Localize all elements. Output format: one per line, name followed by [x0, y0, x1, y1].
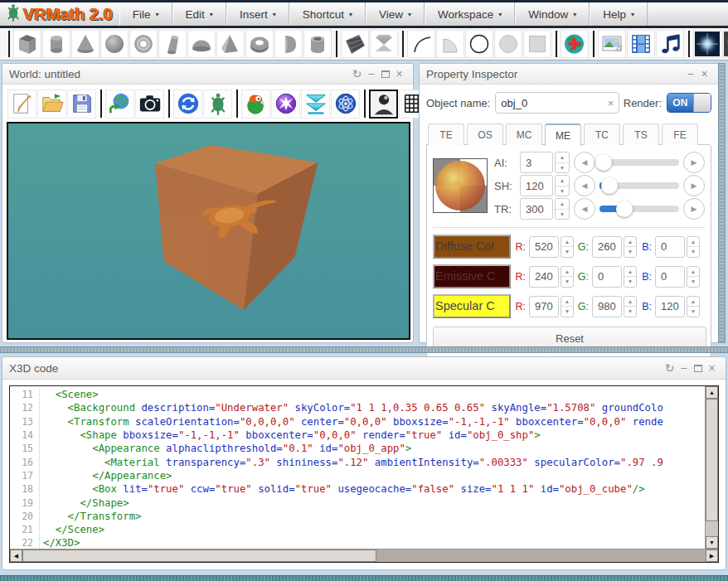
ai-spinner-value[interactable]: 3 — [520, 152, 553, 173]
tr-spinner-value[interactable]: 300 — [520, 198, 553, 220]
ai-increase-button[interactable]: ▶ — [683, 152, 705, 173]
ai-slider-track[interactable] — [599, 159, 679, 166]
step-up-icon[interactable]: ▲ — [624, 267, 636, 278]
turtle-tool-button[interactable] — [203, 90, 232, 119]
tab-te[interactable]: TE — [428, 123, 464, 145]
horizontal-splitter[interactable] — [0, 346, 728, 353]
tab-mc[interactable]: MC — [506, 123, 542, 145]
tr-slider-track[interactable] — [599, 206, 679, 212]
tab-ts[interactable]: TS — [623, 123, 659, 145]
clear-object-name-icon[interactable]: × — [608, 97, 614, 109]
dome-tool-button[interactable] — [187, 30, 216, 58]
close-window-button[interactable]: × — [697, 65, 711, 83]
circle-tool-button[interactable] — [465, 30, 493, 58]
torus-tool-button[interactable] — [129, 30, 158, 58]
publish-globe-tool-button[interactable] — [105, 90, 134, 119]
sh-spinner-value[interactable]: 120 — [520, 175, 553, 196]
cylinder-tool-button[interactable] — [42, 30, 70, 58]
3d-viewport[interactable] — [7, 122, 410, 340]
step-up-icon[interactable]: ▲ — [556, 176, 569, 186]
save-tool-button[interactable] — [67, 90, 96, 119]
step-up-icon[interactable]: ▲ — [556, 199, 569, 210]
object-name-input[interactable]: obj_0 × — [495, 92, 619, 114]
render-toggle[interactable]: ON — [667, 93, 711, 113]
reload-tool-button[interactable] — [173, 90, 202, 119]
sh-slider-track[interactable] — [599, 182, 679, 189]
step-down-icon[interactable]: ▼ — [687, 277, 699, 287]
scroll-up-icon[interactable]: ▲ — [706, 386, 718, 399]
menu-edit[interactable]: Edit▾ — [172, 2, 226, 26]
tube-tool-button[interactable] — [303, 30, 332, 58]
half-cylinder-tool-button[interactable] — [274, 30, 303, 58]
purple-star-tool-button[interactable] — [271, 90, 300, 119]
scene-canvas[interactable] — [8, 123, 409, 338]
maximize-window-button[interactable] — [378, 65, 392, 83]
code-lines[interactable]: 11 <Scene>12 <Background description="Un… — [10, 386, 705, 549]
emissive-r-spinner-value[interactable]: 240 — [529, 266, 559, 288]
step-down-icon[interactable]: ▼ — [561, 307, 573, 317]
ai-slider-handle[interactable] — [595, 154, 612, 171]
tab-fe[interactable]: FE — [662, 123, 698, 145]
step-down-icon[interactable]: ▼ — [687, 307, 699, 317]
scroll-down-icon[interactable]: ▼ — [706, 536, 718, 549]
step-down-icon[interactable]: ▼ — [556, 210, 569, 220]
ai-decrease-button[interactable]: ◀ — [574, 152, 595, 173]
tab-me[interactable]: ME — [545, 123, 581, 146]
specular-g-spinner-value[interactable]: 980 — [592, 296, 622, 317]
diffuse-r-spinner-value[interactable]: 520 — [529, 236, 559, 258]
sh-increase-button[interactable]: ▶ — [683, 175, 705, 196]
step-up-icon[interactable]: ▲ — [561, 267, 573, 278]
menu-window[interactable]: Window▾ — [515, 2, 590, 26]
movie-tool-button[interactable] — [627, 30, 655, 58]
tr-slider-handle[interactable] — [616, 201, 633, 217]
diffuse-b-spinner-value[interactable]: 0 — [655, 236, 685, 258]
refresh-window-button[interactable]: ↻ — [662, 359, 677, 377]
camera-tool-button[interactable] — [135, 90, 164, 119]
sh-slider-handle[interactable] — [601, 177, 618, 194]
light-tool-button[interactable] — [693, 30, 721, 58]
box-tool-button[interactable] — [13, 30, 41, 58]
minimize-window-button[interactable]: − — [364, 65, 378, 83]
step-up-icon[interactable]: ▲ — [624, 237, 636, 248]
step-up-icon[interactable]: ▲ — [687, 237, 699, 248]
menu-shortcut[interactable]: Shortcut▾ — [289, 2, 366, 26]
tab-os[interactable]: OS — [467, 123, 503, 145]
diffuse-color-swatch[interactable]: Diffuse Col — [433, 235, 511, 259]
globe-add-tool-button[interactable] — [561, 30, 589, 58]
pyramid-tool-button[interactable] — [216, 30, 245, 58]
cone-tool-button[interactable] — [71, 30, 99, 58]
step-down-icon[interactable]: ▼ — [556, 163, 569, 173]
step-up-icon[interactable]: ▲ — [687, 267, 699, 278]
sector-tool-button[interactable] — [436, 30, 464, 58]
scroll-right-icon[interactable]: ▶ — [706, 550, 718, 562]
close-window-button[interactable]: × — [392, 65, 406, 83]
image-tool-button[interactable] — [598, 30, 626, 58]
menu-file[interactable]: File▾ — [119, 2, 172, 26]
emissive-b-spinner-value[interactable]: 0 — [655, 266, 685, 288]
sphere-tool-button[interactable] — [100, 30, 129, 58]
step-down-icon[interactable]: ▼ — [624, 247, 636, 257]
menu-workspace[interactable]: Workspace▾ — [425, 2, 515, 26]
tr-increase-button[interactable]: ▶ — [683, 198, 705, 220]
step-down-icon[interactable]: ▼ — [624, 307, 636, 317]
disk-tool-button[interactable] — [494, 30, 522, 58]
close-window-button[interactable]: × — [705, 359, 719, 377]
step-up-icon[interactable]: ▲ — [624, 297, 636, 307]
tab-tc[interactable]: TC — [584, 123, 620, 145]
open-folder-tool-button[interactable] — [37, 90, 66, 119]
avatar-tool-button[interactable] — [369, 90, 398, 119]
oblique-cylinder-tool-button[interactable] — [158, 30, 187, 58]
parrot-tool-button[interactable] — [241, 90, 270, 119]
step-up-icon[interactable]: ▲ — [687, 297, 699, 307]
menu-view[interactable]: View▾ — [366, 2, 425, 26]
step-down-icon[interactable]: ▼ — [561, 277, 573, 287]
ring-tool-button[interactable] — [245, 30, 274, 58]
terrain-tool-button[interactable] — [341, 30, 369, 58]
arc-tool-button[interactable] — [407, 30, 435, 58]
sound-tool-button[interactable] — [656, 30, 684, 58]
down-arrows-tool-button[interactable] — [301, 90, 330, 119]
emissive-g-spinner-value[interactable]: 0 — [592, 266, 622, 288]
minimize-window-button[interactable]: − — [683, 65, 697, 83]
atom-tool-button[interactable] — [331, 90, 360, 119]
step-up-icon[interactable]: ▲ — [556, 153, 569, 163]
